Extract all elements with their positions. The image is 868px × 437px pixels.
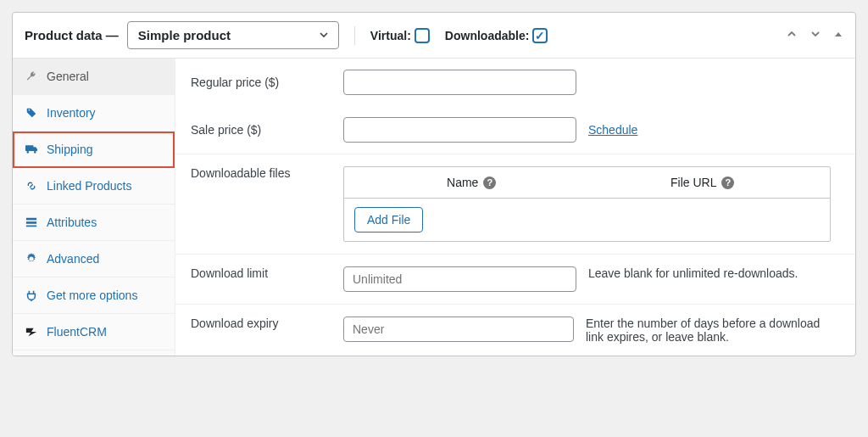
regular-price-label: Regular price ($) <box>191 76 343 89</box>
svg-rect-1 <box>26 221 36 224</box>
downloadable-files-row: Downloadable files Name ? File URL ? A <box>175 154 855 254</box>
sale-price-row: Sale price ($) Schedule <box>175 106 855 154</box>
help-icon[interactable]: ? <box>483 176 496 189</box>
tab-label: FluentCRM <box>47 325 107 339</box>
schedule-link[interactable]: Schedule <box>588 123 637 137</box>
regular-price-input[interactable] <box>343 70 576 95</box>
checkbox-box <box>415 28 430 43</box>
download-expiry-help: Enter the number of days before a downlo… <box>586 317 840 344</box>
truck-icon <box>25 143 38 156</box>
collapse-icon[interactable] <box>833 29 843 42</box>
virtual-label: Virtual: <box>370 29 411 42</box>
dl-table-foot: Add File <box>344 199 830 241</box>
dl-col-url-label: File URL <box>670 176 716 189</box>
virtual-checkbox[interactable]: Virtual: <box>370 28 430 43</box>
download-expiry-row: Download expiry Enter the number of days… <box>175 304 855 356</box>
download-expiry-input[interactable] <box>343 317 574 342</box>
plug-icon <box>25 289 38 302</box>
tab-inventory[interactable]: Inventory <box>13 95 175 132</box>
tab-label: Advanced <box>47 252 99 266</box>
checkbox-box: ✓ <box>532 28 548 43</box>
downloadable-label: Downloadable: <box>445 29 530 42</box>
tab-label: Get more options <box>47 289 137 302</box>
tab-label: General <box>47 70 89 83</box>
content-area: Regular price ($) Sale price ($) Schedul… <box>175 59 855 356</box>
gear-icon <box>25 252 38 266</box>
tab-get-more-options[interactable]: Get more options <box>13 277 175 314</box>
move-up-icon[interactable] <box>786 28 798 42</box>
download-limit-input[interactable] <box>343 266 576 292</box>
wrench-icon <box>25 70 38 83</box>
sale-price-input[interactable] <box>343 117 576 143</box>
tab-label: Linked Products <box>47 179 131 193</box>
download-limit-row: Download limit Leave blank for unlimited… <box>175 254 855 304</box>
fluent-icon <box>25 325 38 339</box>
tab-shipping[interactable]: Shipping <box>13 132 175 168</box>
list-icon <box>25 216 38 229</box>
panel-body: General Inventory Shipping Linked Produc… <box>13 59 855 356</box>
sale-price-label: Sale price ($) <box>191 123 343 137</box>
help-icon[interactable]: ? <box>721 176 734 189</box>
tab-linked-products[interactable]: Linked Products <box>13 168 175 204</box>
check-icon: ✓ <box>535 30 545 42</box>
download-limit-label: Download limit <box>191 266 343 280</box>
product-type-select[interactable]: Simple product <box>127 21 339 49</box>
panel-header-actions <box>786 28 843 42</box>
tab-label: Inventory <box>47 106 96 120</box>
add-file-button[interactable]: Add File <box>354 207 423 233</box>
tab-label: Shipping <box>47 143 93 156</box>
dl-col-name-label: Name <box>447 176 478 189</box>
panel-header: Product data — Simple product Virtual: D… <box>13 13 855 59</box>
tab-label: Attributes <box>47 216 97 229</box>
download-limit-help: Leave blank for unlimited re-downloads. <box>588 266 798 280</box>
divider <box>354 26 355 45</box>
downloadable-files-table: Name ? File URL ? Add File <box>343 166 831 242</box>
tag-icon <box>25 106 38 120</box>
link-icon <box>25 179 38 193</box>
svg-rect-2 <box>26 226 36 227</box>
tab-attributes[interactable]: Attributes <box>13 204 175 241</box>
tabs-sidebar: General Inventory Shipping Linked Produc… <box>13 59 175 356</box>
dl-col-name: Name ? <box>356 176 587 189</box>
tab-fluentcrm[interactable]: FluentCRM <box>13 314 175 350</box>
downloadable-files-label: Downloadable files <box>191 166 343 180</box>
svg-rect-0 <box>26 218 36 221</box>
move-down-icon[interactable] <box>810 28 821 42</box>
downloadable-checkbox[interactable]: Downloadable: ✓ <box>445 28 548 43</box>
tab-advanced[interactable]: Advanced <box>13 241 175 277</box>
panel-title: Product data — <box>25 28 119 42</box>
tab-general[interactable]: General <box>13 59 175 95</box>
download-expiry-label: Download expiry <box>191 317 343 330</box>
regular-price-row: Regular price ($) <box>175 59 855 106</box>
product-data-panel: Product data — Simple product Virtual: D… <box>12 12 856 356</box>
dl-col-url: File URL ? <box>587 176 819 189</box>
dl-table-head: Name ? File URL ? <box>344 167 830 199</box>
